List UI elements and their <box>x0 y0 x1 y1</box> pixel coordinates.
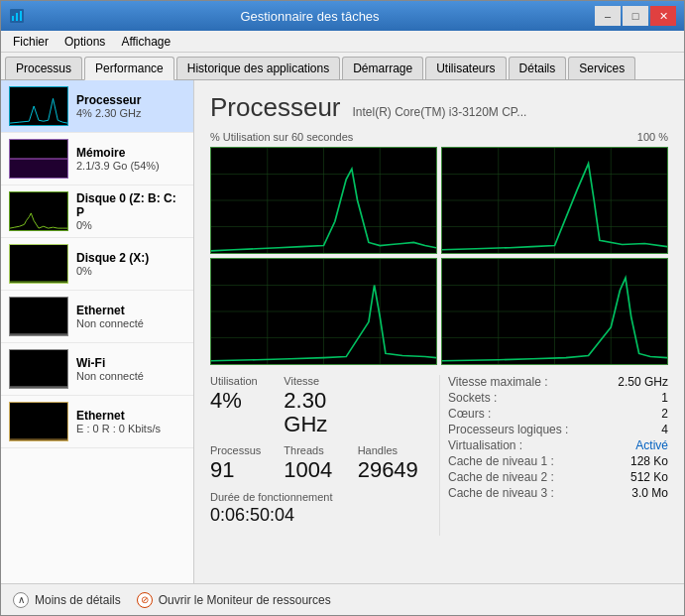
detail-panel: Processeur Intel(R) Core(TM) i3-3120M CP… <box>194 80 684 583</box>
tab-historique[interactable]: Historique des applications <box>176 57 340 79</box>
task-manager-window: Gestionnaire des tâches – □ ✕ Fichier Op… <box>0 0 685 616</box>
main-content: Processeur 4% 2.30 GHz Mémoire 2.1/3.9 G… <box>1 80 684 583</box>
disk2-sidebar-info: Disque 2 (X:) 0% <box>76 251 185 277</box>
secondary-stats-group: Processus 91 Threads 1004 Handles 29649 <box>210 444 423 482</box>
menu-affichage[interactable]: Affichage <box>113 33 178 51</box>
disk0-sidebar-name: Disque 0 (Z: B: C: P <box>76 191 185 219</box>
chevron-up-icon: ∧ <box>13 592 29 608</box>
footer-bar: ∧ Moins de détails ⊘ Ouvrir le Moniteur … <box>1 583 684 615</box>
cpu-charts-grid <box>210 147 668 365</box>
less-detail-label: Moins de détails <box>35 593 121 607</box>
threads-label: Threads <box>284 444 349 456</box>
tab-demarrage[interactable]: Démarrage <box>342 57 423 79</box>
sidebar-item-disk2[interactable]: Disque 2 (X:) 0% <box>1 238 193 291</box>
ethernet-sidebar-stat: Non connecté <box>76 317 185 329</box>
tab-performance[interactable]: Performance <box>84 57 174 80</box>
svg-rect-3 <box>20 11 22 21</box>
logical-label: Processeurs logiques : <box>448 423 568 436</box>
wifi-mini-chart <box>9 349 68 389</box>
wifi-sidebar-stat: Non connecté <box>76 370 185 382</box>
ethernet-sidebar-name: Ethernet <box>76 304 185 317</box>
tab-bar: Processus Performance Historique des app… <box>1 53 684 80</box>
tab-services[interactable]: Services <box>568 57 635 79</box>
speed-label: Vitesse <box>284 375 349 387</box>
stats-right: Vitesse maximale : 2.50 GHz Sockets : 1 … <box>439 375 668 536</box>
mem-mini-chart <box>9 139 68 179</box>
tab-processus[interactable]: Processus <box>5 57 82 79</box>
stat-row-cache2: Cache de niveau 2 : 512 Ko <box>448 470 668 484</box>
minimize-button[interactable]: – <box>595 6 621 26</box>
maxspeed-value: 2.50 GHz <box>618 375 668 389</box>
handles-label: Handles <box>358 444 423 456</box>
sidebar-item-ethernet[interactable]: Ethernet Non connecté <box>1 291 193 343</box>
disk2-sidebar-stat: 0% <box>76 265 185 277</box>
utilization-value: 4% <box>210 389 276 413</box>
cache2-label: Cache de niveau 2 : <box>448 470 554 484</box>
sidebar-item-disk0[interactable]: Disque 0 (Z: B: C: P 0% <box>1 185 193 238</box>
cpu-sidebar-stat: 4% 2.30 GHz <box>76 107 185 119</box>
cpu-mini-chart <box>9 86 68 126</box>
ethernet-sidebar-info: Ethernet Non connecté <box>76 304 185 329</box>
uptime-label: Durée de fonctionnement <box>210 491 423 503</box>
window-controls: – □ ✕ <box>595 6 676 26</box>
tab-details[interactable]: Détails <box>509 57 567 79</box>
tab-utilisateurs[interactable]: Utilisateurs <box>425 57 506 79</box>
threads-stat: Threads 1004 <box>284 444 349 482</box>
cache1-label: Cache de niveau 1 : <box>448 454 554 468</box>
cache3-label: Cache de niveau 3 : <box>448 486 554 500</box>
stats-grid: Utilisation 4% Vitesse 2.30 GHz Processu… <box>210 375 668 536</box>
ethernet2-sidebar-stat: E : 0 R : 0 Kbits/s <box>76 423 185 434</box>
coeurs-value: 2 <box>661 407 668 421</box>
sidebar: Processeur 4% 2.30 GHz Mémoire 2.1/3.9 G… <box>1 80 194 583</box>
stat-row-maxspeed: Vitesse maximale : 2.50 GHz <box>448 375 668 389</box>
cpu-chart-2 <box>441 147 668 254</box>
utilization-stat: Utilisation 4% <box>210 375 276 436</box>
maximize-button[interactable]: □ <box>623 6 648 26</box>
disk0-sidebar-info: Disque 0 (Z: B: C: P 0% <box>76 191 185 231</box>
wifi-sidebar-name: Wi-Fi <box>76 356 185 370</box>
monitor-label: Ouvrir le Moniteur de ressources <box>159 593 331 607</box>
close-button[interactable]: ✕ <box>650 6 676 26</box>
coeurs-label: Cœurs : <box>448 407 491 421</box>
utilization-label: Utilisation <box>210 375 276 387</box>
cpu-chart-1 <box>210 147 437 254</box>
sidebar-item-ethernet2[interactable]: Ethernet E : 0 R : 0 Kbits/s <box>1 396 193 448</box>
threads-value: 1004 <box>284 458 349 482</box>
maxspeed-label: Vitesse maximale : <box>448 375 547 389</box>
chart-label-bar: % Utilisation sur 60 secondes 100 % <box>210 131 668 143</box>
disk0-sidebar-stat: 0% <box>76 219 185 231</box>
cache2-value: 512 Ko <box>630 470 668 484</box>
cpu-chart-4 <box>441 258 668 365</box>
speed-value: 2.30 GHz <box>284 389 349 436</box>
sidebar-item-memory[interactable]: Mémoire 2.1/3.9 Go (54%) <box>1 133 193 185</box>
virt-label: Virtualisation : <box>448 438 522 452</box>
sidebar-item-cpu[interactable]: Processeur 4% 2.30 GHz <box>1 80 193 133</box>
menu-bar: Fichier Options Affichage <box>1 31 684 53</box>
less-detail-button[interactable]: ∧ Moins de détails <box>13 592 121 608</box>
uptime-value: 0:06:50:04 <box>210 505 423 526</box>
handles-stat: Handles 29649 <box>358 444 423 482</box>
menu-options[interactable]: Options <box>57 33 113 51</box>
processes-value: 91 <box>210 458 276 482</box>
mem-sidebar-name: Mémoire <box>76 146 185 160</box>
stat-row-sockets: Sockets : 1 <box>448 391 668 405</box>
menu-fichier[interactable]: Fichier <box>5 33 57 51</box>
stat-row-cache1: Cache de niveau 1 : 128 Ko <box>448 454 668 468</box>
open-monitor-button[interactable]: ⊘ Ouvrir le Moniteur de ressources <box>137 592 331 608</box>
processes-label: Processus <box>210 444 276 456</box>
cpu-sidebar-info: Processeur 4% 2.30 GHz <box>76 93 185 119</box>
disk2-sidebar-name: Disque 2 (X:) <box>76 251 185 265</box>
sockets-label: Sockets : <box>448 391 497 405</box>
app-icon <box>9 8 25 24</box>
stat-row-coeurs: Cœurs : 2 <box>448 407 668 421</box>
ethernet2-mini-chart <box>9 402 68 441</box>
logical-value: 4 <box>661 423 668 436</box>
cache1-value: 128 Ko <box>630 454 668 468</box>
sidebar-item-wifi[interactable]: Wi-Fi Non connecté <box>1 343 193 396</box>
detail-title: Processeur <box>210 92 341 123</box>
stat-row-logical: Processeurs logiques : 4 <box>448 423 668 436</box>
title-bar-left <box>9 8 25 24</box>
mem-sidebar-info: Mémoire 2.1/3.9 Go (54%) <box>76 146 185 172</box>
svg-rect-4 <box>10 159 67 178</box>
title-bar: Gestionnaire des tâches – □ ✕ <box>1 1 684 31</box>
